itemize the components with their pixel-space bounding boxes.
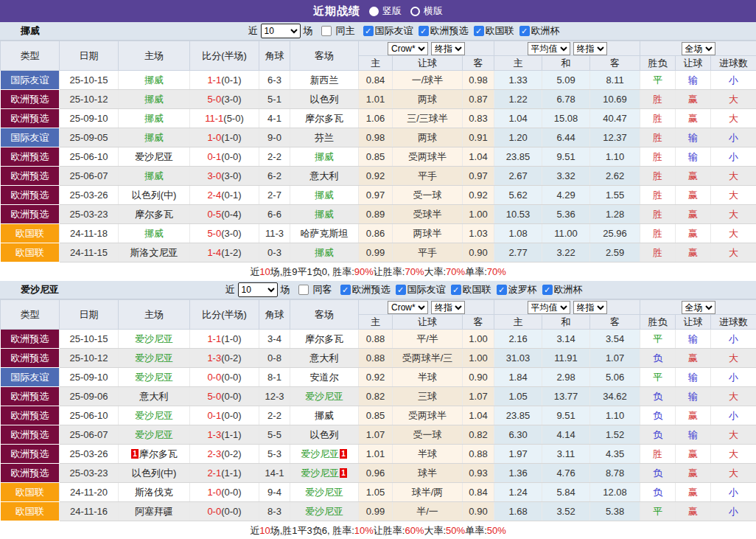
type-cell: 欧洲预选	[1, 109, 60, 128]
odds-home-cell: 0.82	[359, 387, 393, 406]
result-handicap-cell: 赢	[676, 464, 711, 483]
odds-time-select[interactable]: 终指	[431, 42, 465, 55]
layout-option-vertical[interactable]: 竖版	[369, 4, 402, 18]
odds-away-cell: 0.90	[463, 243, 494, 262]
odds-home-cell: 0.97	[359, 186, 393, 205]
filter-checkbox[interactable]: ✓	[363, 26, 374, 36]
period-select[interactable]: 全场	[682, 42, 715, 55]
home-team-cell: 挪威	[119, 128, 190, 147]
away-team-name: 爱沙尼亚	[305, 487, 343, 498]
full-time-score: 1-0	[207, 487, 221, 498]
summary-segment: 50%	[446, 525, 465, 536]
filter-checkbox[interactable]: ✓	[340, 285, 351, 295]
filter-label: 欧洲杯	[554, 283, 583, 296]
away-team-name: 爱沙尼亚	[301, 467, 339, 479]
filter-checkbox[interactable]: ✓	[419, 26, 429, 36]
avg-time-select[interactable]: 终指	[573, 301, 607, 314]
odds-source-select[interactable]: Crow*	[388, 301, 428, 314]
summary-line: 近10场,胜1平3负6, 胜率:10% 让胜率:60% 大率:50% 单率:50…	[0, 521, 756, 539]
section-toolbar: 爱沙尼亚 近 10 场 同客 ✓欧洲预选✓国际友谊✓欧国联✓波罗杯✓欧洲杯	[0, 281, 756, 299]
red-card-badge: 1	[131, 449, 139, 459]
home-team-name: 爱沙尼亚	[135, 410, 173, 421]
date-cell: 25-10-15	[60, 330, 119, 349]
avg-draw-cell: 3.14	[542, 330, 590, 349]
result-handicap-cell: 赢	[676, 109, 711, 128]
full-time-score: 2-1	[207, 467, 221, 479]
away-team-cell: 爱沙尼亚1	[290, 445, 359, 464]
table-row: 欧洲预选25-09-10挪威11-1(5-0)4-1摩尔多瓦1.06三/三球半0…	[1, 109, 756, 128]
odds-home-cell: 0.99	[359, 243, 393, 262]
filter-checkbox[interactable]: ✓	[474, 26, 484, 36]
col-header-avg-home: 主	[494, 56, 542, 71]
odds-handicap-cell: 受一球	[393, 425, 463, 445]
odds-time-select[interactable]: 终指	[431, 301, 465, 314]
result-outcome-cell: 负	[640, 406, 676, 425]
summary-segment: 近	[250, 265, 259, 279]
avg-home-cell: 23.85	[494, 406, 542, 425]
half-time-score: (0-0)	[221, 487, 241, 498]
radio-vertical-icon[interactable]	[369, 7, 379, 16]
away-team-name: 挪威	[315, 209, 334, 220]
home-team-name: 爱沙尼亚	[135, 429, 173, 440]
type-cell: 国际友谊	[1, 368, 60, 387]
type-cell: 欧洲预选	[1, 186, 60, 205]
same-venue-checkbox[interactable]	[321, 26, 332, 36]
odds-source-select[interactable]: Crow*	[388, 42, 428, 55]
score-cell: 5-0(3-0)	[190, 224, 259, 243]
result-handicap-cell: 输	[676, 387, 711, 406]
result-goals-cell: 大	[711, 186, 756, 205]
table-row: 欧洲预选25-10-12挪威5-0(3-0)5-1以色列1.01两球0.871.…	[1, 90, 756, 109]
full-time-score: 11-1	[205, 113, 223, 124]
away-team-name: 摩尔多瓦	[305, 113, 343, 124]
avg-time-select[interactable]: 终指	[573, 42, 607, 55]
avg-source-select[interactable]: 平均值	[528, 42, 570, 55]
date-cell: 25-06-07	[60, 425, 119, 445]
filter-checkbox[interactable]: ✓	[542, 285, 553, 295]
avg-home-cell: 6.30	[494, 425, 542, 445]
radio-horizontal-icon[interactable]	[410, 7, 420, 16]
filter-checkbox[interactable]: ✓	[396, 285, 406, 295]
results-table-body: 欧洲预选25-10-15爱沙尼亚1-1(1-0)3-4摩尔多瓦0.88平/半1.…	[1, 330, 756, 521]
full-time-score: 5-0	[207, 391, 221, 402]
table-row: 国际友谊25-09-10爱沙尼亚0-0(0-0)8-1安道尔0.92半球0.90…	[1, 368, 756, 387]
result-outcome-cell: 胜	[640, 90, 676, 109]
col-header-type: 类型	[1, 300, 60, 330]
table-row: 欧洲预选25-03-23以色列(中)2-1(1-1)14-1爱沙尼亚10.96球…	[1, 464, 756, 483]
home-team-name: 爱沙尼亚	[135, 352, 173, 364]
avg-home-cell: 31.03	[494, 349, 542, 368]
result-goals-cell: 小	[711, 368, 756, 387]
away-team-cell: 意大利	[290, 167, 359, 186]
type-cell: 欧洲预选	[1, 330, 60, 349]
result-handicap-cell: 输	[676, 71, 711, 90]
avg-draw-cell: 11.91	[542, 349, 590, 368]
filter-checkbox[interactable]: ✓	[451, 285, 461, 295]
odds-handicap-cell: 球半	[393, 464, 463, 483]
period-select[interactable]: 全场	[682, 301, 715, 314]
odds-handicap-cell: 受两球半/三	[393, 349, 463, 368]
corners-cell: 4-1	[259, 109, 290, 128]
home-team-name: 挪威	[144, 94, 164, 105]
type-cell: 欧洲预选	[1, 425, 60, 445]
avg-away-cell: 12.37	[590, 128, 640, 147]
date-cell: 25-10-12	[60, 90, 119, 109]
col-header-away: 客场	[290, 41, 359, 71]
odds-home-cell: 0.88	[359, 349, 393, 368]
recent-count-select[interactable]: 10	[261, 24, 301, 38]
table-row: 欧洲预选25-06-07爱沙尼亚1-3(1-1)5-5以色列1.07受一球0.8…	[1, 425, 756, 445]
same-venue-checkbox[interactable]	[298, 285, 309, 295]
col-header-score: 比分(半场)	[190, 300, 259, 330]
filter-checkbox[interactable]: ✓	[497, 285, 507, 295]
type-cell: 欧洲预选	[1, 464, 60, 483]
result-goals-cell: 大	[711, 243, 756, 262]
filter-checkbox[interactable]: ✓	[519, 26, 530, 36]
avg-source-select[interactable]: 平均值	[528, 301, 570, 314]
layout-option-horizontal[interactable]: 横版	[410, 4, 443, 18]
summary-segment: 让胜率:	[374, 524, 405, 538]
recent-count-select[interactable]: 10	[238, 282, 278, 297]
score-cell: 1-4(1-2)	[190, 243, 259, 262]
type-cell: 欧洲预选	[1, 90, 60, 109]
result-goals-cell: 大	[711, 109, 756, 128]
result-handicap-cell: 输	[676, 368, 711, 387]
summary-segment: 60%	[405, 525, 424, 536]
avg-away-cell: 1.10	[590, 147, 640, 167]
